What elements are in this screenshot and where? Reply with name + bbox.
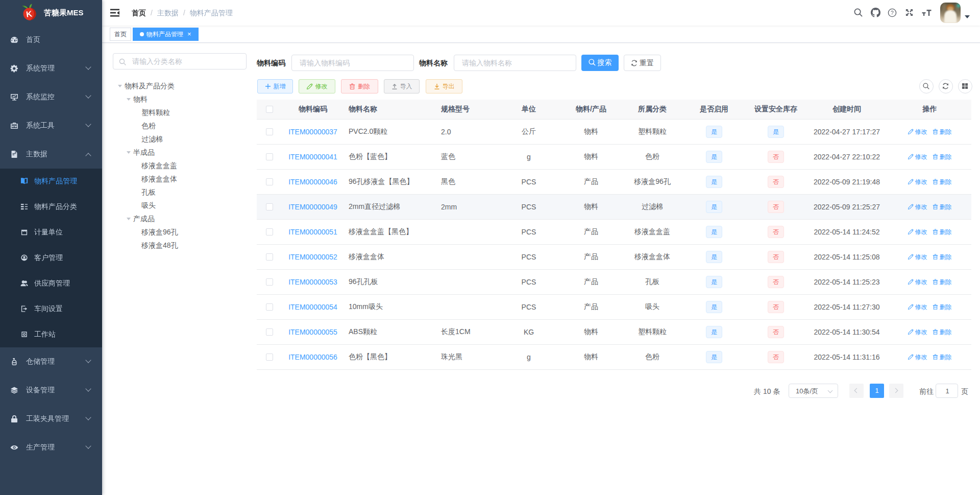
svg-text:?: ? [891, 10, 894, 16]
